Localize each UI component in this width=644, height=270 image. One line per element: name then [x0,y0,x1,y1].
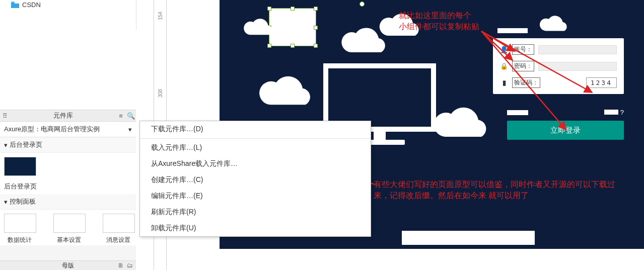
menu-icon[interactable]: ≡ [116,111,126,121]
captcha-label: 验证码： [512,77,540,88]
password-field[interactable] [538,62,617,71]
add-icon[interactable]: 🗎 [117,261,125,269]
more-icon[interactable]: 🗂 [126,261,134,269]
cloud-icon [242,18,275,38]
menu-item-create[interactable]: 创建元件库…(C) [140,172,371,188]
captcha-value: 1234 [586,77,617,88]
login-box: 👤 账号： 🔒 密码： ▮ 验证码： 1234 [493,38,624,94]
account-field[interactable] [538,45,617,54]
menu-item-download[interactable]: 下载元件库…(D) [140,121,371,137]
cloud-icon [377,13,422,40]
user-icon: 👤 [500,46,508,53]
lock-icon: 🔒 [500,62,508,70]
library-context-menu: 下载元件库…(D) 载入元件库…(L) 从AxureShare载入元件库… 创建… [139,121,371,237]
library-dropdown[interactable]: Axure原型：电商网后台管理实例 ▾ [0,122,136,137]
folder-row[interactable]: CSDN [0,0,136,9]
section-login[interactable]: ▾ 后台登录页 [0,137,136,153]
library-panel-title: 元件库 [10,111,116,120]
folder-name: CSDN [22,1,41,9]
rotation-handle[interactable] [360,2,365,7]
ruler-tick: 154 [158,10,163,22]
annotation-mask [497,28,528,33]
menu-item-refresh[interactable]: 刷新元件库(R) [140,204,371,220]
password-label: 密码： [512,61,534,71]
help-link[interactable]: ? [620,109,624,116]
library-dropdown-text: Axure原型：电商网后台管理实例 [4,125,100,134]
panel-drag-icon[interactable]: ⠿ [0,111,10,121]
ruler-tick: 308 [158,87,163,100]
section-control[interactable]: ▾ 控制面板 [0,194,136,210]
master-bar: 母版 🗎 🗂 [0,260,136,270]
captcha-icon: ▮ [500,79,508,86]
menu-item-load[interactable]: 载入元件库…(L) [140,140,371,156]
cloud-icon [538,15,569,34]
menu-item-edit[interactable]: 编辑元件库…(E) [140,188,371,204]
menu-item-load-share[interactable]: 从AxureShare载入元件库… [140,156,371,172]
login-caption: 后台登录页 [0,177,136,194]
widget-thumb[interactable]: 消息设置 [103,214,134,244]
bottom-field[interactable] [402,231,535,245]
widget-thumb[interactable]: 基本设置 [53,214,85,244]
remember-label [507,110,528,115]
chevron-down-icon: ▾ [4,141,8,149]
cloud-icon [255,75,315,111]
cloud-icon [430,107,490,143]
annotation-text: 有些大佬们写好的页面原型可以借鉴，同时作者又开源的可以下载过来，记得改后缀。然后… [374,180,615,200]
selected-widget[interactable] [269,8,316,46]
library-panel: ⠿ 元件库 ≡ 🔍 Axure原型：电商网后台管理实例 ▾ ▾ 后台登录页 后台… [0,110,136,261]
login-button[interactable]: 立即登录 [507,121,624,140]
chevron-down-icon: ▾ [128,126,132,133]
search-icon[interactable]: 🔍 [126,111,136,121]
folder-icon [11,2,19,8]
widget-thumb[interactable] [4,157,35,176]
account-label: 账号： [512,44,534,55]
menu-item-unload[interactable]: 卸载元件库(U) [140,220,371,236]
widget-thumb[interactable]: 数据统计 [4,214,35,244]
chevron-down-icon: ▾ [4,198,8,206]
